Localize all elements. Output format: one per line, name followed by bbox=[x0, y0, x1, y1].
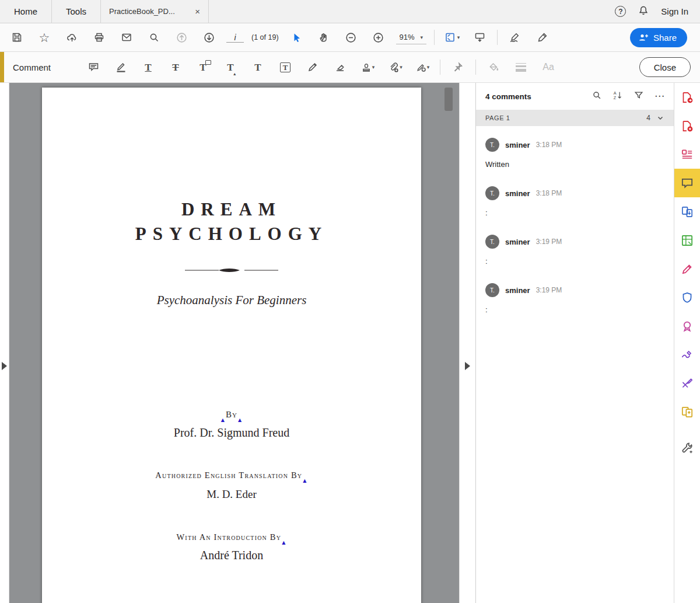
vertical-scrollbar[interactable] bbox=[444, 88, 453, 111]
highlight-text-icon[interactable] bbox=[111, 57, 131, 77]
pdf-page[interactable]: DREAM PSYCHOLOGY Psychoanalysis For Begi… bbox=[42, 88, 421, 603]
page-display-options-icon[interactable]: ▾ bbox=[442, 27, 462, 47]
search-comments-icon[interactable] bbox=[592, 90, 602, 103]
export-pdf-icon[interactable] bbox=[674, 83, 700, 111]
insert-caret-icon[interactable]: ▲ bbox=[303, 478, 307, 483]
replace-glyph: T bbox=[200, 62, 206, 72]
fill-sign-tool-icon[interactable] bbox=[674, 255, 700, 283]
comment-item[interactable]: T. sminer 3:18 PM Written bbox=[485, 138, 664, 169]
comment-item[interactable]: T. sminer 3:19 PM : bbox=[485, 283, 664, 314]
certificates-icon[interactable] bbox=[674, 312, 700, 340]
zoom-out-icon[interactable] bbox=[341, 27, 361, 47]
search-icon[interactable] bbox=[144, 27, 164, 47]
previous-page-icon[interactable] bbox=[172, 27, 191, 47]
share-label: Share bbox=[653, 33, 677, 43]
text-box-glyph: T bbox=[280, 62, 291, 72]
stamp-icon[interactable]: ▾ bbox=[358, 57, 377, 77]
by-label: ▲By▲ bbox=[42, 410, 421, 420]
home-tab[interactable]: Home bbox=[0, 0, 52, 23]
favorite-star-icon[interactable]: ☆ bbox=[34, 27, 54, 47]
right-panel-gutter bbox=[459, 83, 475, 603]
filter-comments-icon[interactable] bbox=[634, 90, 644, 103]
protect-icon[interactable] bbox=[674, 283, 700, 312]
zoom-level-dropdown[interactable]: 91% ▾ bbox=[396, 30, 427, 44]
enhance-scans-icon[interactable] bbox=[674, 226, 700, 255]
compare-files-icon[interactable] bbox=[674, 398, 700, 426]
next-page-icon[interactable] bbox=[199, 27, 219, 47]
selection-tool-icon[interactable] bbox=[286, 27, 306, 47]
comments-list: T. sminer 3:18 PM Written T. sminer 3:18… bbox=[476, 126, 674, 603]
line-thickness-icon[interactable] bbox=[511, 57, 531, 77]
comment-tool-icon[interactable] bbox=[674, 169, 700, 197]
chevron-down-icon: ▾ bbox=[457, 34, 460, 40]
prepare-form-icon[interactable] bbox=[674, 369, 700, 398]
email-icon[interactable] bbox=[117, 27, 136, 47]
comment-time: 3:19 PM bbox=[536, 286, 562, 294]
notifications-bell-icon[interactable] bbox=[638, 5, 649, 19]
close-comment-toolbar-button[interactable]: Close bbox=[639, 57, 691, 77]
eraser-icon[interactable] bbox=[330, 57, 350, 77]
collapse-section-chevron-icon[interactable] bbox=[656, 114, 664, 122]
comment-author: sminer bbox=[505, 238, 530, 246]
draw-pencil-icon[interactable] bbox=[303, 57, 323, 77]
insert-glyph: T bbox=[227, 62, 233, 72]
attach-file-icon[interactable]: ▾ bbox=[385, 57, 405, 77]
zoom-level-value: 91% bbox=[400, 33, 415, 41]
expand-left-panel-arrow[interactable] bbox=[2, 362, 7, 370]
comment-text[interactable]: : bbox=[485, 305, 664, 314]
divider bbox=[475, 60, 476, 75]
sticky-note-icon[interactable] bbox=[83, 57, 103, 77]
translator-name: M. D. Eder bbox=[42, 488, 421, 501]
strikethrough-text-icon[interactable]: T bbox=[166, 57, 186, 77]
cloud-upload-icon[interactable] bbox=[62, 27, 82, 47]
sign-pen-icon[interactable] bbox=[505, 27, 525, 47]
fill-and-sign-icon[interactable] bbox=[533, 27, 552, 47]
replace-text-icon[interactable]: T bbox=[193, 57, 213, 77]
insert-caret-icon[interactable]: ▲ bbox=[282, 540, 286, 545]
left-panel-gutter bbox=[0, 83, 9, 603]
expand-right-panel-arrow[interactable] bbox=[465, 362, 470, 370]
underline-text-icon[interactable]: T bbox=[138, 57, 158, 77]
keep-tool-selected-pin-icon[interactable] bbox=[448, 57, 468, 77]
edit-pdf-icon[interactable] bbox=[674, 140, 700, 169]
close-tab-icon[interactable]: × bbox=[195, 6, 200, 16]
rail-spacer bbox=[674, 426, 700, 433]
author-name: Prof. Dr. Sigmund Freud bbox=[42, 426, 421, 440]
comments-panel: 4 comments AZ ⋯ PAGE 1 4 T bbox=[475, 83, 674, 603]
sign-draw-icon[interactable] bbox=[674, 340, 700, 369]
sign-in-button[interactable]: Sign In bbox=[661, 6, 688, 16]
text-glyph: T bbox=[254, 62, 261, 72]
page-number-input[interactable] bbox=[226, 33, 244, 43]
comment-text[interactable]: Written bbox=[485, 160, 664, 169]
hand-tool-icon[interactable] bbox=[314, 27, 334, 47]
help-icon[interactable]: ? bbox=[615, 6, 626, 17]
insert-text-icon[interactable]: T bbox=[220, 57, 240, 77]
drawing-tools-icon[interactable]: ▾ bbox=[412, 57, 432, 77]
zoom-in-icon[interactable] bbox=[369, 27, 388, 47]
create-pdf-icon[interactable] bbox=[674, 111, 700, 140]
comment-item[interactable]: T. sminer 3:18 PM : bbox=[485, 186, 664, 217]
insert-caret-icon[interactable]: ▲ bbox=[221, 417, 225, 423]
comment-text[interactable]: : bbox=[485, 257, 664, 266]
comment-text[interactable]: : bbox=[485, 208, 664, 217]
page-count-label: (1 of 19) bbox=[251, 33, 279, 41]
scrolling-mode-icon[interactable] bbox=[470, 27, 489, 47]
save-icon[interactable] bbox=[7, 27, 27, 47]
add-tools-icon[interactable] bbox=[674, 433, 700, 462]
fill-color-icon[interactable] bbox=[484, 57, 503, 77]
share-button[interactable]: Share bbox=[630, 28, 687, 47]
organize-pages-icon[interactable] bbox=[674, 197, 700, 226]
sort-comments-icon[interactable]: AZ bbox=[612, 90, 623, 103]
add-text-comment-icon[interactable]: T bbox=[248, 57, 268, 77]
tools-tab[interactable]: Tools bbox=[52, 0, 101, 23]
text-box-icon[interactable]: T bbox=[275, 57, 295, 77]
comment-time: 3:19 PM bbox=[536, 238, 562, 246]
document-viewport: DREAM PSYCHOLOGY Psychoanalysis For Begi… bbox=[9, 83, 459, 603]
page-section-header[interactable]: PAGE 1 4 bbox=[476, 110, 674, 126]
comment-item[interactable]: T. sminer 3:19 PM : bbox=[485, 235, 664, 266]
content-area: DREAM PSYCHOLOGY Psychoanalysis For Begi… bbox=[0, 83, 700, 603]
print-icon[interactable] bbox=[89, 27, 109, 47]
document-tab[interactable]: PracticeBook_PD... × bbox=[101, 0, 209, 23]
insert-caret-icon[interactable]: ▲ bbox=[238, 417, 242, 423]
text-properties-icon[interactable]: Aa bbox=[538, 57, 558, 77]
